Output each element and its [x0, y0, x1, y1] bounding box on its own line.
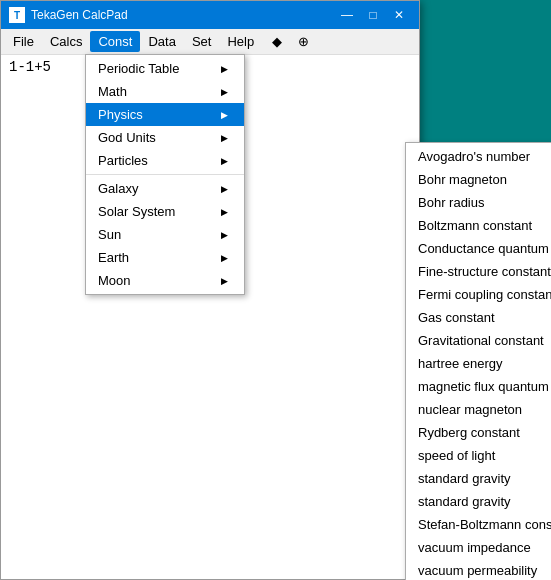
physics-bohr-magneton[interactable]: Bohr magneton — [406, 168, 551, 191]
const-item-god-units[interactable]: God Units ▶ — [86, 126, 244, 149]
physics-boltzmann[interactable]: Boltzmann constant — [406, 214, 551, 237]
physics-rydberg[interactable]: Rydberg constant — [406, 421, 551, 444]
close-button[interactable]: ✕ — [387, 6, 411, 24]
title-bar: T TekaGen CalcPad — □ ✕ — [1, 1, 419, 29]
submenu-arrow: ▶ — [221, 110, 228, 120]
menu-file[interactable]: File — [5, 31, 42, 52]
separator — [86, 174, 244, 175]
physics-menu: Avogadro's number Bohr magneton Bohr rad… — [405, 142, 551, 580]
physics-standard-gravity-1[interactable]: standard gravity — [406, 467, 551, 490]
submenu-arrow: ▶ — [221, 133, 228, 143]
menu-help[interactable]: Help — [219, 31, 262, 52]
menu-bar: File Calcs Const Data Set Help ◆ ⊕ — [1, 29, 419, 55]
physics-nuclear-magneton[interactable]: nuclear magneton — [406, 398, 551, 421]
add-icon[interactable]: ⊕ — [292, 31, 314, 53]
submenu-arrow: ▶ — [221, 207, 228, 217]
submenu-arrow: ▶ — [221, 87, 228, 97]
window-controls: — □ ✕ — [335, 6, 411, 24]
submenu-arrow: ▶ — [221, 184, 228, 194]
app-icon: T — [9, 7, 25, 23]
window-title: TekaGen CalcPad — [31, 8, 335, 22]
const-item-sun[interactable]: Sun ▶ — [86, 223, 244, 246]
menu-set[interactable]: Set — [184, 31, 220, 52]
physics-bohr-radius[interactable]: Bohr radius — [406, 191, 551, 214]
physics-speed-of-light[interactable]: speed of light — [406, 444, 551, 467]
menu-data[interactable]: Data — [140, 31, 183, 52]
const-item-earth[interactable]: Earth ▶ — [86, 246, 244, 269]
physics-standard-gravity-2[interactable]: standard gravity — [406, 490, 551, 513]
diamond-icon[interactable]: ◆ — [266, 31, 288, 53]
const-item-moon[interactable]: Moon ▶ — [86, 269, 244, 292]
physics-fermi[interactable]: Fermi coupling constant — [406, 283, 551, 306]
const-item-solar-system[interactable]: Solar System ▶ — [86, 200, 244, 223]
submenu-arrow: ▶ — [221, 64, 228, 74]
physics-gas-constant[interactable]: Gas constant — [406, 306, 551, 329]
physics-hartree[interactable]: hartree energy — [406, 352, 551, 375]
const-item-periodic-table[interactable]: Periodic Table ▶ — [86, 57, 244, 80]
const-item-math[interactable]: Math ▶ — [86, 80, 244, 103]
editor-content: 1-1+5 — [9, 59, 51, 75]
submenu-arrow: ▶ — [221, 230, 228, 240]
menu-calcs[interactable]: Calcs — [42, 31, 91, 52]
physics-magnetic-flux[interactable]: magnetic flux quantum — [406, 375, 551, 398]
physics-vacuum-permeability[interactable]: vacuum permeability — [406, 559, 551, 580]
menu-const[interactable]: Const — [90, 31, 140, 52]
submenu-arrow: ▶ — [221, 253, 228, 263]
physics-vacuum-impedance[interactable]: vacuum impedance — [406, 536, 551, 559]
physics-fine-structure[interactable]: Fine-structure constant — [406, 260, 551, 283]
const-item-particles[interactable]: Particles ▶ — [86, 149, 244, 172]
submenu-arrow: ▶ — [221, 276, 228, 286]
physics-stefan-boltzmann[interactable]: Stefan-Boltzmann constant — [406, 513, 551, 536]
physics-conductance[interactable]: Conductance quantum — [406, 237, 551, 260]
const-item-galaxy[interactable]: Galaxy ▶ — [86, 177, 244, 200]
const-item-physics[interactable]: Physics ▶ — [86, 103, 244, 126]
physics-avogadro[interactable]: Avogadro's number — [406, 145, 551, 168]
const-menu: Periodic Table ▶ Math ▶ Physics ▶ God Un… — [85, 54, 245, 295]
maximize-button[interactable]: □ — [361, 6, 385, 24]
submenu-arrow: ▶ — [221, 156, 228, 166]
minimize-button[interactable]: — — [335, 6, 359, 24]
physics-gravitational[interactable]: Gravitational constant — [406, 329, 551, 352]
